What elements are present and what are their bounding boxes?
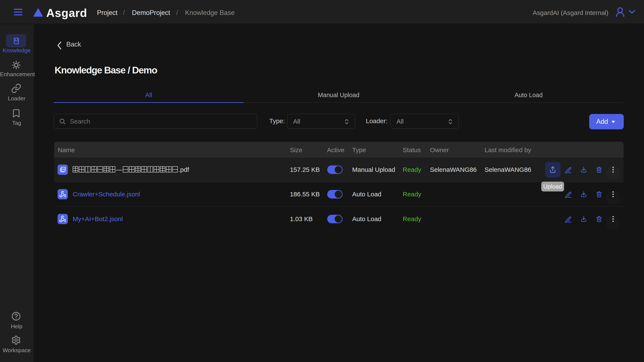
svg-text:PDF: PDF [62, 168, 66, 170]
